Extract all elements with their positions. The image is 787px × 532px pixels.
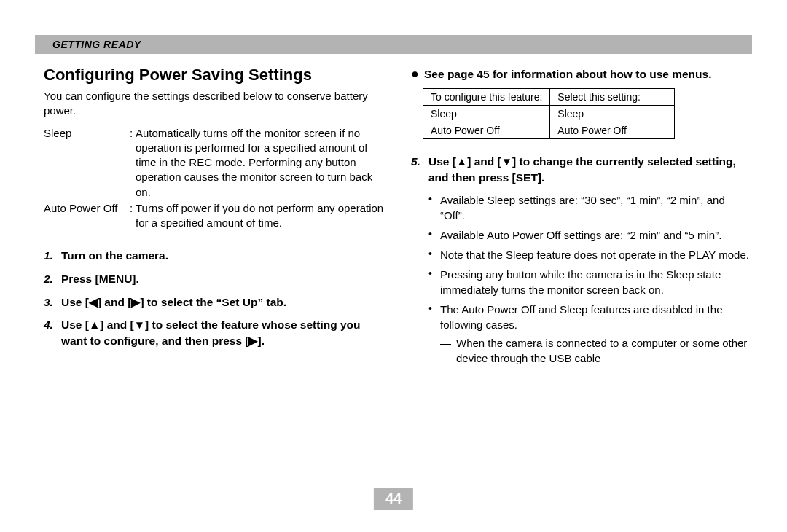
list-item: Note that the Sleep feature does not ope… <box>428 247 752 262</box>
table-header-cell: Select this setting: <box>550 88 675 105</box>
sub-list-item: — When the camera is connected to a comp… <box>440 335 752 366</box>
step-text: Press [MENU]. <box>61 271 385 287</box>
table-cell: Sleep <box>550 105 675 122</box>
step-number: 2. <box>44 271 61 287</box>
step-2: 2. Press [MENU]. <box>44 271 385 287</box>
list-item: Available Auto Power Off settings are: “… <box>428 227 752 243</box>
step-5: 5. Use [▲] and [▼] to change the current… <box>411 154 752 185</box>
definition-term: Sleep <box>44 126 130 200</box>
intro-text: You can configure the settings described… <box>44 89 385 119</box>
left-column: Configuring Power Saving Settings You ca… <box>44 64 385 481</box>
see-also: ● See page 45 for information about how … <box>411 67 752 82</box>
step-text: Use [▲] and [▼] to change the currently … <box>428 154 752 185</box>
definition-row: Sleep : Automatically turns off the moni… <box>44 126 385 200</box>
table-cell: Sleep <box>423 105 550 122</box>
table-row: To configure this feature: Select this s… <box>423 88 675 105</box>
bullet-icon: ● <box>411 67 424 82</box>
table-cell: Auto Power Off <box>550 122 675 138</box>
left-steps: 1. Turn on the camera. 2. Press [MENU]. … <box>44 248 385 348</box>
dash-icon: — <box>440 335 456 366</box>
section-title: GETTING READY <box>52 39 141 50</box>
step-number: 5. <box>411 154 428 185</box>
table-row: Auto Power Off Auto Power Off <box>423 122 675 138</box>
step-4: 4. Use [▲] and [▼] to select the feature… <box>44 317 385 348</box>
colon: : <box>130 126 136 200</box>
table-row: Sleep Sleep <box>423 105 675 122</box>
definition-term: Auto Power Off <box>44 201 130 231</box>
definition-desc: Automatically turns off the monitor scre… <box>136 126 385 200</box>
content-columns: Configuring Power Saving Settings You ca… <box>44 64 752 481</box>
sub-list-text: When the camera is connected to a comput… <box>456 335 752 366</box>
step-text: Use [▲] and [▼] to select the feature wh… <box>61 317 385 348</box>
step-text: Use [◀] and [▶] to select the “Set Up” t… <box>61 294 385 310</box>
settings-table: To configure this feature: Select this s… <box>423 88 675 139</box>
colon: : <box>130 201 136 231</box>
list-item: The Auto Power Off and Sleep features ar… <box>428 302 752 366</box>
definition-row: Auto Power Off : Turns off power if you … <box>44 201 385 231</box>
definition-desc: Turns off power if you do not perform an… <box>136 201 385 231</box>
step-number: 3. <box>44 294 61 310</box>
list-item: Pressing any button while the camera is … <box>428 267 752 297</box>
table-header-cell: To configure this feature: <box>423 88 550 105</box>
step-number: 4. <box>44 317 61 348</box>
manual-page: GETTING READY Configuring Power Saving S… <box>0 0 787 532</box>
right-column: ● See page 45 for information about how … <box>411 64 752 481</box>
page-number: 44 <box>374 488 413 510</box>
page-title: Configuring Power Saving Settings <box>44 66 385 85</box>
list-item-text: The Auto Power Off and Sleep features ar… <box>440 303 722 331</box>
see-also-text: See page 45 for information about how to… <box>424 67 752 82</box>
step-number: 1. <box>44 248 61 264</box>
table-cell: Auto Power Off <box>423 122 550 138</box>
list-item: Available Sleep settings are: “30 sec”, … <box>428 192 752 223</box>
step-3: 3. Use [◀] and [▶] to select the “Set Up… <box>44 294 385 310</box>
notes-list: Available Sleep settings are: “30 sec”, … <box>428 192 752 366</box>
step-text: Turn on the camera. <box>61 248 385 264</box>
section-banner: GETTING READY <box>35 35 752 54</box>
step-1: 1. Turn on the camera. <box>44 248 385 264</box>
definitions: Sleep : Automatically turns off the moni… <box>44 126 385 231</box>
